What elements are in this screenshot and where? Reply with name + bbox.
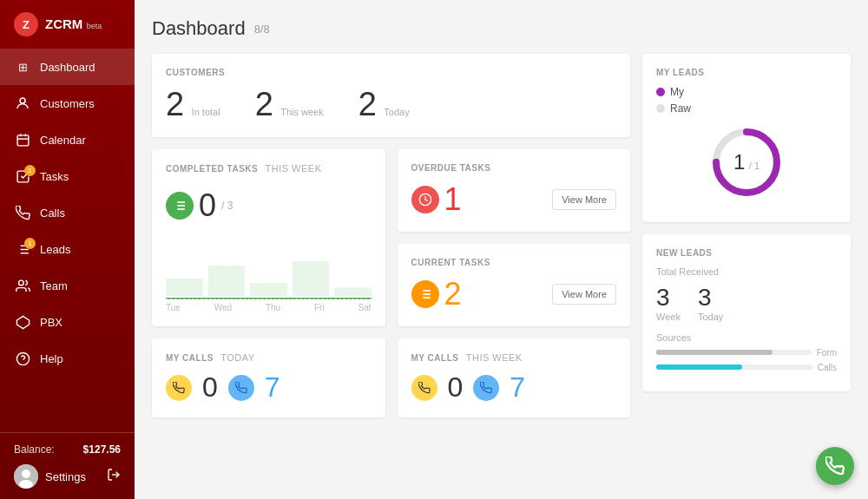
sidebar-item-label: Calls [40, 207, 65, 220]
sidebar-item-help[interactable]: Help [0, 340, 135, 377]
page-subtitle: 8/8 [254, 23, 270, 36]
settings-row[interactable]: Settings [14, 464, 121, 489]
sidebar-nav: ⊞ Dashboard Customers Calendar Tasks 1 [0, 49, 135, 432]
outbound-call-icon [166, 375, 192, 401]
tasks-row: COMPLETED TASKS This week 0 / 3 [152, 149, 630, 326]
balance-amount: $127.56 [83, 443, 121, 456]
calls-week-outbound: 0 [448, 371, 464, 404]
day-label-wed: Wed [214, 303, 232, 312]
calls-week-stats: 0 7 [411, 371, 617, 404]
my-calls-week-card: MY CALLS This week 0 7 [398, 338, 631, 417]
dashboard-grid: CUSTOMERS 2 In total 2 This week 2 Today [152, 54, 851, 417]
team-icon [14, 277, 31, 294]
sidebar-item-calls[interactable]: Calls [0, 194, 135, 231]
logout-icon[interactable] [107, 468, 121, 485]
overdue-tasks-title: OVERDUE TASKS [411, 163, 617, 173]
sidebar-item-team[interactable]: Team [0, 267, 135, 304]
completed-tasks-card: COMPLETED TASKS This week 0 / 3 [152, 149, 385, 326]
customers-total-value: 2 [166, 86, 184, 122]
mini-chart [166, 260, 372, 299]
legend-raw: Raw [656, 102, 837, 115]
current-tasks-icon [411, 280, 439, 308]
settings-label[interactable]: Settings [45, 470, 100, 483]
sidebar-item-label: Help [40, 352, 63, 365]
day-label-tue: Tue [166, 303, 181, 312]
customers-today-label: Today [384, 107, 409, 117]
customers-card: CUSTOMERS 2 In total 2 This week 2 Today [152, 54, 630, 137]
svg-point-0 [20, 98, 25, 103]
overdue-tasks-value: 1 [444, 181, 462, 218]
balance-row: Balance: $127.56 [14, 443, 121, 456]
beta-label: beta [87, 22, 102, 30]
bar-thu [250, 283, 287, 296]
sources-title: Sources [656, 332, 837, 343]
user-avatar [14, 464, 38, 489]
overdue-tasks-inner: 1 View More [411, 181, 617, 218]
sidebar-item-label: Team [40, 279, 68, 292]
legend-raw-dot [656, 104, 665, 113]
chart-bars: Tue Wed Thu Fri Sat [166, 260, 372, 312]
page-title: Dashboard [152, 17, 246, 40]
inbound-call-icon-today [228, 375, 254, 401]
main-content: Dashboard 8/8 CUSTOMERS 2 In total 2 Thi… [135, 0, 868, 499]
sidebar-item-tasks[interactable]: Tasks 1 [0, 158, 135, 194]
logo-icon: Z [14, 12, 38, 36]
sidebar-item-label: Leads [40, 243, 70, 256]
legend-my-dot [656, 88, 665, 96]
new-leads-today-value: 3 [698, 284, 723, 312]
calls-today-stats: 0 7 [166, 371, 372, 404]
calls-week-inbound: 7 [510, 371, 525, 404]
my-calls-today-card: MY CALLS Today 0 7 [152, 338, 385, 417]
current-tasks-title: CURRENT TASKS [411, 258, 617, 267]
my-calls-today-title: MY CALLS Today [166, 352, 372, 363]
source-form-bg [656, 350, 812, 355]
new-leads-today: 3 Today [698, 284, 723, 322]
bar-tue [166, 279, 203, 296]
day-label-sat: Sat [358, 303, 371, 312]
customers-week-value: 2 [255, 86, 273, 122]
my-leads-card: MY LEADS My Raw [642, 54, 851, 222]
customers-total: 2 In total [166, 86, 220, 123]
completed-tasks-icon [166, 192, 194, 220]
right-column: MY LEADS My Raw [642, 54, 851, 417]
sidebar-bottom: Balance: $127.56 Settings [0, 432, 135, 499]
inbound-call-icon-week [473, 375, 499, 401]
calls-today-outbound: 0 [202, 371, 218, 404]
completed-tasks-title: COMPLETED TASKS This week [166, 163, 372, 174]
customers-icon [14, 95, 31, 112]
fab-call-button[interactable] [816, 447, 854, 485]
donut-value: 1 [733, 150, 745, 174]
sources-section: Sources Form [656, 332, 837, 372]
current-tasks-value: 2 [444, 276, 462, 312]
customers-week-label: This week [280, 107, 324, 117]
calls-row: MY CALLS Today 0 7 [152, 338, 630, 417]
overdue-view-more-button[interactable]: View More [552, 189, 616, 210]
source-calls-label: Calls [818, 363, 837, 372]
sidebar-item-leads[interactable]: Leads 1 [0, 231, 135, 267]
my-leads-title: MY LEADS [656, 68, 837, 77]
customers-total-label: In total [192, 107, 220, 117]
dashboard-icon: ⊞ [14, 58, 31, 76]
legend-raw-label: Raw [670, 102, 691, 115]
new-leads-week-value: 3 [656, 284, 681, 312]
completed-tasks-number-row: 0 / 3 [166, 187, 372, 224]
day-label-thu: Thu [266, 303, 280, 312]
source-calls: Calls [656, 363, 837, 372]
sidebar-item-customers[interactable]: Customers [0, 85, 135, 121]
sidebar-item-calendar[interactable]: Calendar [0, 121, 135, 158]
overdue-icon [411, 186, 439, 213]
pbx-icon [14, 313, 31, 331]
sidebar-item-dashboard[interactable]: ⊞ Dashboard [0, 49, 135, 85]
sidebar: Z ZCRM beta ⊞ Dashboard Customers Calend… [0, 0, 135, 499]
donut-chart: 1 / 1 [707, 123, 786, 201]
app-name: ZCRM [45, 16, 82, 31]
current-view-more-button[interactable]: View More [552, 284, 616, 305]
sidebar-item-label: PBX [40, 316, 62, 329]
source-form: Form [656, 348, 837, 358]
leads-legend: My Raw [656, 86, 837, 115]
bar-sat [334, 287, 372, 296]
page-header: Dashboard 8/8 [152, 17, 851, 40]
sidebar-item-pbx[interactable]: PBX [0, 304, 135, 340]
leads-badge: 1 [24, 238, 36, 249]
sidebar-item-label: Customers [40, 97, 95, 110]
